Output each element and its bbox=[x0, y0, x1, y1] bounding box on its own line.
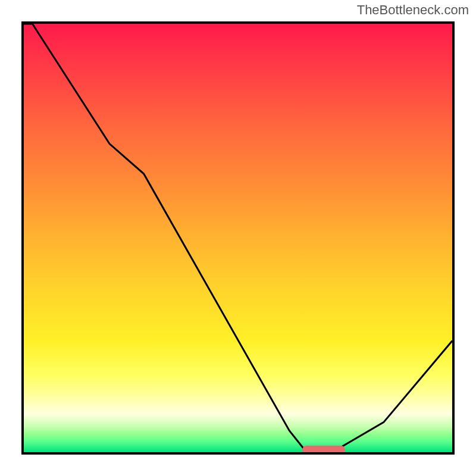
chart-frame bbox=[21, 21, 455, 455]
watermark-text: TheBottleneck.com bbox=[357, 2, 469, 18]
bottleneck-curve bbox=[24, 24, 452, 452]
optimal-marker bbox=[302, 446, 345, 454]
